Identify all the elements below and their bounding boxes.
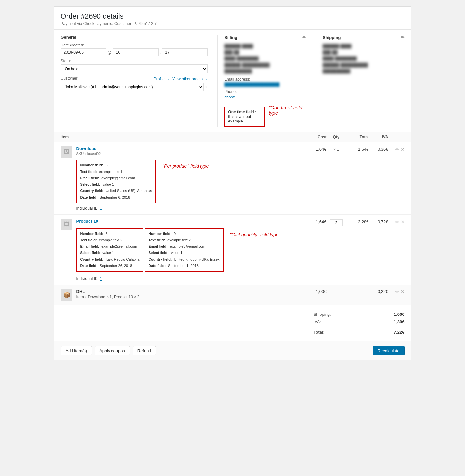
shipping-name: DHL — [76, 289, 301, 294]
totals-shipping-row: Shipping: 1,00€ — [314, 311, 405, 318]
phone-link[interactable]: 55555 — [224, 95, 235, 99]
totals-total-row: Total: 7,22€ — [314, 327, 405, 336]
item-iva: 0,36€ — [369, 146, 388, 152]
refund-button[interactable]: Refund — [133, 346, 156, 355]
item-details: Product 10 Number field: 5 Text field: e… — [76, 219, 301, 281]
email-label: Email address: — [224, 77, 306, 82]
totals-total-value: 7,22€ — [394, 330, 405, 335]
customer-clear-icon[interactable]: × — [205, 84, 208, 90]
general-section-title: General — [61, 35, 208, 40]
shipping-section-title: Shipping ✏ — [323, 35, 405, 40]
header-total: Total — [346, 135, 369, 139]
one-time-field-wrapper: One time field : this is a input example… — [224, 103, 306, 127]
item-total: 1,64€ — [346, 146, 369, 152]
shipping-edit-button[interactable]: ✏ — [395, 289, 399, 294]
items-table-header: Item Cost Qty Total IVA — [54, 132, 411, 142]
customer-label: Customer: — [61, 76, 79, 81]
shipping-delete-button[interactable]: ✕ — [401, 289, 405, 294]
item-actions: ✏ ✕ — [388, 146, 405, 152]
recalculate-button[interactable]: Recalculate — [373, 346, 405, 355]
cart-qty-field-box-1: Number field: 5 Text field: example text… — [76, 228, 144, 272]
image-placeholder-icon: 🖼 — [64, 221, 70, 228]
item-thumbnail: 🖼 — [61, 146, 72, 158]
customer-links: Profile → View other orders → — [154, 77, 208, 81]
add-items-button[interactable]: Add item(s) — [61, 346, 92, 355]
billing-address: ██████ ████ ███ ██ ████ ████████ ██████ … — [224, 43, 306, 74]
image-placeholder-icon: 🖼 — [64, 148, 70, 155]
header-iva: IVA — [369, 135, 388, 139]
qty-input[interactable] — [330, 219, 343, 226]
totals-iva-value: 1,30€ — [394, 319, 405, 324]
footer-left-buttons: Add item(s) Apply coupon Refund — [61, 346, 156, 355]
table-row: 🖼 Download SKU: skuasd02 Number field: 5… — [54, 142, 411, 215]
header-cost: Cost — [301, 135, 327, 139]
order-details-section: General Date created: @ : Status: On hol… — [54, 30, 411, 132]
header-item: Item — [61, 135, 301, 139]
minute-input[interactable] — [162, 48, 208, 56]
table-row: 🖼 Product 10 Number field: 5 Text field:… — [54, 215, 411, 285]
cart-qty-annotation: "Cart quantity" field type — [230, 232, 278, 237]
general-column: General Date created: @ : Status: On hol… — [61, 35, 218, 127]
individual-id-link-2[interactable]: 1 — [100, 277, 102, 281]
items-section: Item Cost Qty Total IVA 🖼 Download SKU: … — [54, 132, 411, 305]
item-name-link[interactable]: Product 10 — [76, 219, 98, 224]
shipping-address: ██████ ████ ███ ██ ████ ████████ ██████ … — [323, 43, 405, 74]
item-name-link[interactable]: Download — [76, 146, 97, 151]
view-orders-link[interactable]: View other orders → — [172, 77, 208, 81]
item-sku: SKU: skuasd02 — [76, 152, 209, 156]
individual-id: Individual ID: 1 — [76, 206, 209, 211]
cart-qty-field-box-2: Number field: 9 Text field: example text… — [145, 228, 224, 272]
totals-shipping-value: 1,00€ — [394, 312, 405, 317]
one-time-annotation: "One time" field type — [269, 105, 306, 116]
at-sign: @ — [108, 50, 112, 55]
header-qty: Qty — [327, 135, 346, 139]
item-qty: × 1 — [327, 146, 346, 152]
profile-link[interactable]: Profile → — [154, 77, 170, 81]
totals-table: Shipping: 1,00€ IVA: 1,30€ Total: 7,22€ — [314, 311, 405, 336]
totals-section: Shipping: 1,00€ IVA: 1,30€ Total: 7,22€ — [54, 305, 411, 341]
shipping-iva: 0,22€ — [369, 289, 388, 294]
per-product-field-box: Number field: 5 Text field: example text… — [76, 160, 156, 203]
date-label: Date created: — [61, 43, 208, 47]
per-product-annotation: "Per product" field type — [162, 163, 209, 169]
item-cost: 1,64€ — [301, 146, 327, 152]
shipping-edit-icon[interactable]: ✏ — [401, 35, 405, 40]
hour-input[interactable] — [113, 48, 159, 56]
totals-iva-row: IVA: 1,30€ — [314, 318, 405, 326]
billing-section-title: Billing ✏ — [224, 35, 306, 40]
phone-label: Phone: — [224, 89, 306, 94]
status-field: Status: On hold Pending payment Processi… — [61, 59, 208, 73]
shipping-column: Shipping ✏ ██████ ████ ███ ██ ████ █████… — [316, 35, 405, 127]
date-field: Date created: @ : — [61, 43, 208, 56]
totals-iva-label: IVA: — [314, 319, 321, 324]
billing-email: ████████████████████ — [224, 82, 306, 87]
item-delete-button-2[interactable]: ✕ — [401, 219, 405, 225]
item-actions-2: ✏ ✕ — [388, 219, 405, 225]
individual-id-link[interactable]: 1 — [100, 206, 102, 211]
billing-edit-icon[interactable]: ✏ — [302, 35, 306, 40]
item-edit-button[interactable]: ✏ — [395, 147, 399, 152]
billing-column: Billing ✏ ██████ ████ ███ ██ ████ ██████… — [217, 35, 316, 127]
time-separator: : — [160, 50, 161, 55]
customer-field: Customer: Profile → View other orders → … — [61, 76, 208, 91]
item-delete-button[interactable]: ✕ — [401, 147, 405, 152]
page-subtitle: Payment via Check payments. Customer IP:… — [61, 21, 405, 26]
page-title: Order #2690 details — [61, 12, 405, 20]
item-thumbnail: 🖼 — [61, 219, 72, 230]
status-label: Status: — [61, 59, 208, 63]
shipping-info: DHL Items: Download × 1, Product 10 × 2 — [76, 289, 301, 299]
shipping-placeholder-icon: 📦 — [63, 291, 70, 299]
customer-select[interactable]: John Malkovic (#1 – admin@vanquishplugin… — [61, 83, 204, 91]
date-input[interactable] — [61, 48, 106, 56]
one-time-field-box: One time field : this is a input example — [224, 107, 265, 127]
totals-shipping-label: Shipping: — [314, 312, 331, 317]
shipping-items-detail: Items: Download × 1, Product 10 × 2 — [76, 295, 301, 299]
item-iva-2: 0,72€ — [369, 219, 388, 224]
shipping-actions: ✏ ✕ — [388, 289, 405, 294]
item-edit-button-2[interactable]: ✏ — [395, 219, 399, 225]
one-time-field-label: One time field : — [228, 110, 256, 114]
apply-coupon-button[interactable]: Apply coupon — [95, 346, 130, 355]
shipping-cost: 1,00€ — [301, 289, 327, 294]
status-select[interactable]: On hold Pending payment Processing Compl… — [61, 64, 208, 73]
page-header: Order #2690 details Payment via Check pa… — [54, 7, 411, 30]
